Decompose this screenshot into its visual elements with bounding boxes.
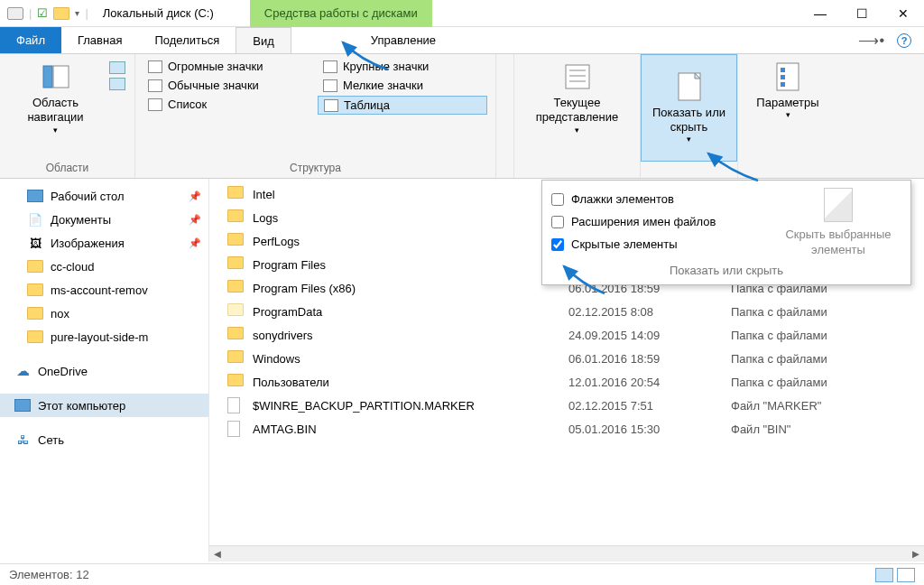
folder-icon (227, 186, 245, 202)
file-name: Program Files (253, 258, 568, 272)
folder-icon (227, 374, 245, 390)
qat-separator: | (29, 6, 32, 20)
preview-pane-button[interactable] (109, 61, 125, 74)
file-date: 24.09.2015 14:09 (568, 329, 731, 342)
file-type: Папка с файлами (731, 352, 827, 366)
layout-medium[interactable]: Обычные значки (143, 77, 314, 94)
tab-manage[interactable]: Управление (355, 27, 452, 53)
file-name: Logs (253, 211, 568, 225)
folder-icon (227, 303, 245, 320)
nav-ms-account[interactable]: ms-account-remov (0, 278, 208, 302)
file-type: Папка с файлами (731, 329, 827, 342)
scroll-right-icon[interactable]: ► (908, 546, 924, 562)
layout-small[interactable]: Мелкие значки (318, 77, 487, 94)
layout-extra-large[interactable]: Огромные значки (143, 58, 314, 75)
file-type: Папка с файлами (731, 305, 827, 319)
file-date: 02.12.2015 7:51 (568, 399, 731, 413)
file-name: Intel (253, 188, 568, 201)
file-row[interactable]: ProgramData02.12.2015 8:08Папка с файлам… (209, 300, 924, 323)
navigation-pane: Рабочий стол📌 📄Документы📌 🖼Изображения📌 … (0, 179, 209, 562)
show-hide-label: Показать или скрыть (647, 106, 731, 135)
file-icon (227, 397, 245, 413)
tab-share[interactable]: Поделиться (138, 27, 236, 53)
hide-selected-button[interactable]: Скрыть выбранные элементы (775, 188, 901, 258)
minimize-ribbon-icon[interactable]: ⟶• (858, 32, 884, 49)
svg-rect-9 (781, 68, 785, 72)
file-row[interactable]: Windows06.01.2016 18:59Папка с файлами (209, 347, 924, 370)
current-view-button[interactable]: Текущее представление ▾ (522, 58, 633, 139)
file-name: PerfLogs (253, 235, 568, 248)
nav-cc-cloud[interactable]: cc-cloud (0, 255, 208, 278)
nav-pure-layout[interactable]: pure-layout-side-m (0, 325, 208, 348)
scroll-left-icon[interactable]: ◄ (209, 546, 226, 562)
check-item-checkboxes[interactable]: Флажки элементов (551, 188, 759, 210)
nav-this-pc[interactable]: Этот компьютер (0, 394, 208, 417)
qat-separator2: | (85, 6, 88, 20)
view-large-icon[interactable] (897, 568, 915, 582)
pin-icon: 📌 (189, 214, 201, 226)
show-hide-button[interactable]: Показать или скрыть ▾ (641, 54, 737, 162)
folder-icon (227, 350, 245, 367)
file-name: Program Files (x86) (253, 282, 568, 295)
file-date: 06.01.2016 18:59 (568, 352, 731, 366)
qat-dropdown-icon[interactable]: ▾ (75, 8, 79, 18)
layout-large[interactable]: Крупные значки (318, 58, 487, 75)
file-row[interactable]: AMTAG.BIN05.01.2016 15:30Файл "BIN" (209, 417, 924, 441)
layout-details[interactable]: Таблица (318, 96, 487, 115)
navigation-pane-button[interactable]: Область навигации ▾ (7, 58, 104, 139)
context-tab-drive-tools[interactable]: Средства работы с дисками (250, 0, 432, 27)
file-date: 05.01.2016 15:30 (568, 422, 731, 436)
maximize-button[interactable]: ☐ (841, 0, 882, 27)
file-icon (227, 421, 245, 437)
nav-pictures[interactable]: 🖼Изображения📌 (0, 231, 208, 255)
nav-onedrive[interactable]: ☁OneDrive (0, 359, 208, 383)
folder-icon (227, 327, 245, 343)
pin-icon: 📌 (189, 190, 201, 202)
help-icon[interactable]: ? (897, 33, 911, 48)
nav-network[interactable]: 🖧Сеть (0, 428, 208, 451)
layout-list[interactable]: Список (143, 96, 314, 113)
qat-folder-icon[interactable] (53, 7, 69, 20)
file-row[interactable]: sonydrivers24.09.2015 14:09Папка с файла… (209, 323, 924, 347)
nav-nox[interactable]: nox (0, 302, 208, 325)
file-name: Пользователи (253, 376, 568, 389)
file-name: $WINRE_BACKUP_PARTITION.MARKER (253, 399, 568, 413)
svg-rect-1 (53, 66, 69, 88)
chevron-down-icon: ▾ (687, 135, 691, 144)
check-hidden-items[interactable]: Скрытые элементы (551, 233, 759, 255)
file-row[interactable]: Пользователи12.01.2016 20:54Папка с файл… (209, 370, 924, 394)
file-name: Windows (253, 352, 568, 366)
folder-icon (227, 209, 245, 226)
file-type: Папка с файлами (731, 376, 827, 389)
nav-desktop[interactable]: Рабочий стол📌 (0, 184, 208, 208)
file-row[interactable]: $WINRE_BACKUP_PARTITION.MARKER02.12.2015… (209, 394, 924, 417)
ribbon-tabs: Файл Главная Поделиться Вид Управление ⟶… (0, 27, 924, 54)
qat-properties-icon[interactable]: ☑ (37, 6, 48, 20)
close-button[interactable]: ✕ (882, 0, 924, 27)
drive-icon-qat (7, 7, 23, 20)
file-name: sonydrivers (253, 329, 568, 342)
options-button[interactable]: Параметры ▾ (751, 58, 824, 125)
check-file-extensions[interactable]: Расширения имен файлов (551, 210, 759, 233)
window-title: Локальный диск (С:) (96, 6, 214, 20)
file-date: 12.01.2016 20:54 (568, 376, 731, 389)
file-type: Файл "BIN" (731, 422, 790, 436)
group-label-panes: Области (7, 160, 127, 176)
details-pane-button[interactable] (109, 78, 125, 90)
chevron-down-icon: ▾ (575, 125, 579, 135)
hide-selected-icon (824, 188, 853, 222)
nav-documents[interactable]: 📄Документы📌 (0, 208, 208, 231)
folder-icon (227, 256, 245, 273)
file-name: AMTAG.BIN (253, 422, 568, 436)
minimize-button[interactable]: ― (799, 0, 841, 27)
view-details-icon[interactable] (875, 568, 893, 582)
show-hide-dropdown: Флажки элементов Расширения имен файлов … (541, 180, 911, 285)
chevron-down-icon: ▾ (53, 125, 58, 135)
tab-view[interactable]: Вид (236, 27, 291, 53)
tab-file[interactable]: Файл (0, 27, 61, 53)
file-name: ProgramData (253, 305, 568, 319)
svg-rect-2 (566, 65, 589, 88)
tab-home[interactable]: Главная (61, 27, 138, 53)
svg-rect-8 (777, 63, 799, 90)
horizontal-scrollbar[interactable]: ◄ ► (209, 545, 924, 562)
